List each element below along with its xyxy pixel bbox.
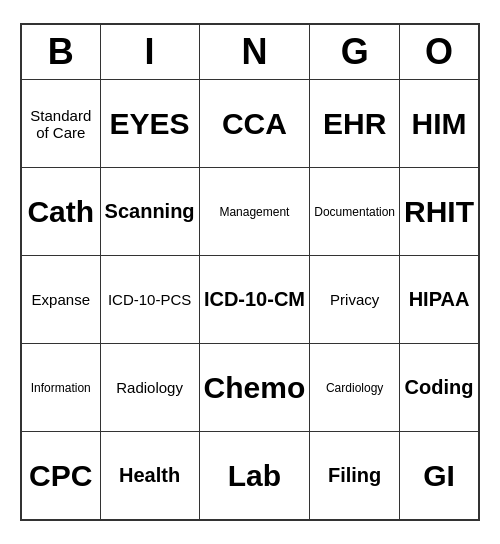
header-letter: B <box>21 24 100 80</box>
grid-cell: Health <box>100 432 199 520</box>
header-row: BINGO <box>21 24 479 80</box>
grid-cell: Coding <box>400 344 480 432</box>
grid-cell: Cath <box>21 168 100 256</box>
grid-cell: HIM <box>400 80 480 168</box>
grid-cell: CPC <box>21 432 100 520</box>
grid-row: CPCHealthLabFilingGI <box>21 432 479 520</box>
grid-cell: HIPAA <box>400 256 480 344</box>
grid-cell: CCA <box>199 80 310 168</box>
grid-cell: Documentation <box>310 168 400 256</box>
grid-cell: Standard of Care <box>21 80 100 168</box>
grid-cell: Cardiology <box>310 344 400 432</box>
grid-cell: Information <box>21 344 100 432</box>
grid-row: CathScanningManagementDocumentationRHIT <box>21 168 479 256</box>
grid-cell: Radiology <box>100 344 199 432</box>
grid-cell: Management <box>199 168 310 256</box>
bingo-grid: BINGO Standard of CareEYESCCAEHRHIMCathS… <box>20 23 480 521</box>
grid-cell: Lab <box>199 432 310 520</box>
grid-cell: RHIT <box>400 168 480 256</box>
header-letter: O <box>400 24 480 80</box>
grid-cell: ICD-10-CM <box>199 256 310 344</box>
grid-row: Standard of CareEYESCCAEHRHIM <box>21 80 479 168</box>
grid-cell: ICD-10-PCS <box>100 256 199 344</box>
grid-cell: EHR <box>310 80 400 168</box>
grid-cell: EYES <box>100 80 199 168</box>
grid-cell: GI <box>400 432 480 520</box>
grid-cell: Expanse <box>21 256 100 344</box>
header-letter: N <box>199 24 310 80</box>
grid-row: ExpanseICD-10-PCSICD-10-CMPrivacyHIPAA <box>21 256 479 344</box>
grid-cell: Scanning <box>100 168 199 256</box>
grid-cell: Privacy <box>310 256 400 344</box>
grid-cell: Chemo <box>199 344 310 432</box>
grid-row: InformationRadiologyChemoCardiologyCodin… <box>21 344 479 432</box>
header-letter: I <box>100 24 199 80</box>
header-letter: G <box>310 24 400 80</box>
grid-cell: Filing <box>310 432 400 520</box>
